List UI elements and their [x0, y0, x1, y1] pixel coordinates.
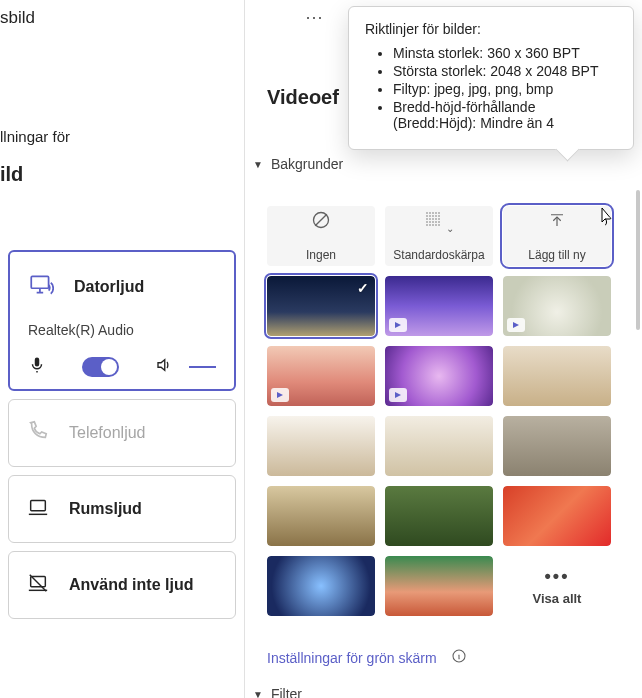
- background-thumbnail[interactable]: [267, 556, 375, 616]
- microphone-icon[interactable]: [28, 356, 46, 377]
- room-icon: [27, 496, 49, 522]
- video-effects-title: Videoef: [267, 86, 339, 109]
- chevron-down-icon: ▼: [253, 159, 263, 170]
- chevron-down-icon: ⌄: [446, 223, 454, 234]
- view-all-label: Visa allt: [533, 591, 582, 606]
- pointer-cursor-icon: [596, 206, 616, 233]
- background-blur-button[interactable]: ⌄ Standardoskärpa: [385, 206, 493, 266]
- backgrounds-grid: Ingen ⌄ Standardoskärpa Lägg till ny: [267, 206, 634, 616]
- image-guidelines-tooltip: Riktlinjer för bilder: Minsta storlek: 3…: [348, 6, 634, 150]
- background-thumbnail[interactable]: [267, 346, 375, 406]
- tooltip-item: Bredd-höjd-förhållande (Bredd:Höjd): Min…: [393, 99, 617, 131]
- no-audio-icon: [27, 572, 49, 598]
- blur-label: Standardoskärpa: [385, 248, 493, 262]
- tooltip-item: Största storlek: 2048 x 2048 BPT: [393, 63, 617, 79]
- background-thumbnail[interactable]: [385, 276, 493, 336]
- blur-icon: [424, 218, 442, 239]
- room-audio-label: Rumsljud: [69, 500, 142, 518]
- filter-section-header[interactable]: ▼ Filter: [253, 686, 302, 698]
- none-icon: [311, 218, 331, 238]
- svg-rect-0: [31, 276, 48, 288]
- background-add-new-button[interactable]: Lägg till ny: [503, 206, 611, 266]
- selected-checkmark-icon: ✓: [357, 280, 369, 296]
- green-screen-label: Inställningar för grön skärm: [267, 650, 437, 666]
- chevron-down-icon: ▼: [253, 689, 263, 699]
- tooltip-item: Minsta storlek: 360 x 360 BPT: [393, 45, 617, 61]
- audio-device-name[interactable]: Realtek(R) Audio: [10, 322, 234, 356]
- speaker-icon[interactable]: [155, 356, 173, 377]
- background-none-button[interactable]: Ingen: [267, 206, 375, 266]
- video-badge-icon: [507, 318, 525, 332]
- computer-audio-card[interactable]: Datorljud Realtek(R) Audio: [8, 250, 236, 391]
- video-badge-icon: [389, 318, 407, 332]
- background-thumbnail[interactable]: [267, 416, 375, 476]
- background-thumbnail[interactable]: [385, 486, 493, 546]
- no-audio-card[interactable]: Använd inte ljud: [8, 551, 236, 619]
- green-screen-settings-link[interactable]: Inställningar för grön skärm: [267, 648, 467, 667]
- phone-icon: [27, 420, 49, 446]
- info-icon[interactable]: [451, 648, 467, 667]
- background-thumbnail[interactable]: [503, 416, 611, 476]
- background-thumbnail[interactable]: ✓: [267, 276, 375, 336]
- heading-partial-text: ild: [0, 163, 244, 186]
- background-thumbnail[interactable]: [267, 486, 375, 546]
- tooltip-item: Filtyp: jpeg, jpg, png, bmp: [393, 81, 617, 97]
- left-panel: sbild llningar för ild Datorljud Realtek…: [0, 0, 245, 698]
- audio-options-list: Datorljud Realtek(R) Audio Telefonljud: [8, 250, 236, 619]
- more-dots-icon: •••: [545, 566, 570, 587]
- upload-icon: [548, 219, 566, 237]
- background-thumbnail[interactable]: [503, 346, 611, 406]
- none-label: Ingen: [267, 248, 375, 262]
- phone-audio-label: Telefonljud: [69, 424, 146, 442]
- view-all-button[interactable]: ••• Visa allt: [503, 556, 611, 616]
- backgrounds-section-header[interactable]: ▼ Bakgrunder: [253, 156, 634, 172]
- more-options-button[interactable]: ⋯: [305, 6, 325, 28]
- background-thumbnail[interactable]: [385, 346, 493, 406]
- tooltip-list: Minsta storlek: 360 x 360 BPT Största st…: [365, 45, 617, 131]
- background-thumbnail[interactable]: [385, 416, 493, 476]
- scrollbar-thumb[interactable]: [636, 190, 640, 330]
- volume-slider[interactable]: [189, 366, 216, 368]
- background-thumbnail[interactable]: [385, 556, 493, 616]
- computer-audio-label: Datorljud: [74, 278, 144, 296]
- microphone-toggle[interactable]: [82, 357, 119, 377]
- phone-audio-card[interactable]: Telefonljud: [8, 399, 236, 467]
- backgrounds-label: Bakgrunder: [271, 156, 343, 172]
- video-badge-icon: [389, 388, 407, 402]
- add-new-label: Lägg till ny: [503, 248, 611, 262]
- settings-partial-text: llningar för: [0, 128, 244, 145]
- tooltip-title: Riktlinjer för bilder:: [365, 21, 617, 37]
- no-audio-label: Använd inte ljud: [69, 576, 193, 594]
- video-badge-icon: [271, 388, 289, 402]
- room-audio-card[interactable]: Rumsljud: [8, 475, 236, 543]
- computer-audio-icon: [28, 272, 54, 302]
- background-thumbnail[interactable]: [503, 276, 611, 336]
- svg-rect-1: [31, 501, 46, 511]
- background-thumbnail[interactable]: [503, 486, 611, 546]
- filter-label: Filter: [271, 686, 302, 698]
- header-partial-text: sbild: [0, 0, 244, 28]
